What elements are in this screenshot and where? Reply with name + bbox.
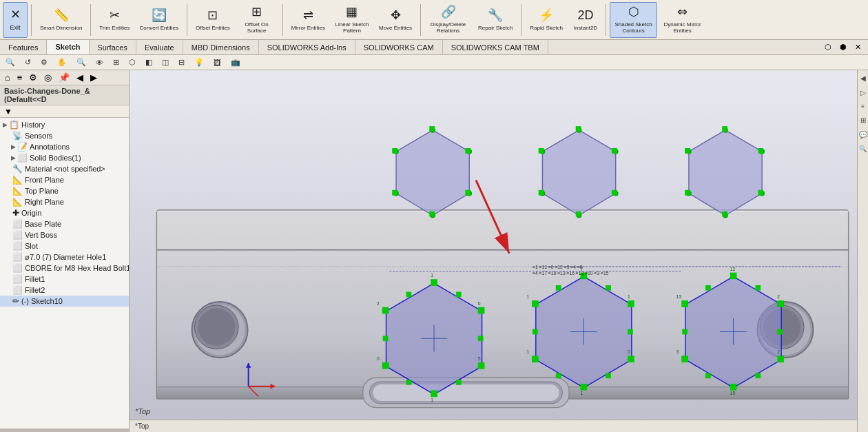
shaded-contours-button[interactable]: ⬡ Shaded Sketch Contours xyxy=(610,2,657,38)
svg-rect-95 xyxy=(606,285,611,291)
svg-rect-97 xyxy=(533,329,538,335)
tree-item-right_plane[interactable]: 📐Right Plane xyxy=(0,196,129,207)
tree-item-slot[interactable]: ⬜Slot xyxy=(0,240,129,251)
rsp-btn-6[interactable]: 🔍 xyxy=(858,144,868,154)
svg-rect-84 xyxy=(628,300,634,307)
tree-item-cbore[interactable]: ⬜CBORE for M8 Hex Head Bolt1 xyxy=(0,263,129,274)
exit-button[interactable]: ✕ Exit xyxy=(3,2,28,38)
tree-label-fillet1: Fillet1 xyxy=(25,275,45,283)
tab-surfaces[interactable]: Surfaces xyxy=(90,40,136,54)
svg-rect-107 xyxy=(730,384,737,391)
tree-item-solid_bodies[interactable]: ▶⬜Solid Bodies(1) xyxy=(0,152,129,163)
tab-restore-btn[interactable]: ⬢ xyxy=(837,43,849,52)
zoom-btn[interactable]: 🔍 xyxy=(74,57,89,68)
tree-item-origin[interactable]: ✚Origin xyxy=(0,207,129,218)
light-btn[interactable]: 💡 xyxy=(192,57,207,68)
rsp-btn-3[interactable]: ≡ xyxy=(860,102,866,111)
scene-btn[interactable]: 🖼 xyxy=(211,58,224,68)
mirror-entities-button[interactable]: ⇌ Mirror Entities xyxy=(287,2,330,38)
tab-cam-tbm[interactable]: SOLIDWORKS CAM TBM xyxy=(443,40,548,54)
tree-item-vert_boss[interactable]: ⬜Vert Boss xyxy=(0,229,129,240)
tree-label-right_plane: Right Plane xyxy=(25,198,64,206)
tab-close-btn[interactable]: ✕ xyxy=(852,43,864,52)
shade-btn[interactable]: ⬡ xyxy=(126,57,138,68)
view-btn[interactable]: 👁 xyxy=(93,58,106,68)
status-view: *Top xyxy=(135,422,149,430)
instant2d-button[interactable]: 2D Instant2D xyxy=(569,2,602,38)
left-panel-toolbar: ⌂ ≡ ⚙ ◎ 📌 ◀ ▶ xyxy=(0,70,129,85)
config-btn[interactable]: ⚙ xyxy=(27,72,39,83)
pin-btn[interactable]: 📌 xyxy=(56,72,72,83)
convert-entities-button[interactable]: 🔄 Convert Entities xyxy=(135,2,183,38)
search-btn[interactable]: 🔍 xyxy=(3,57,18,68)
rsp-btn-4[interactable]: ⊞ xyxy=(859,115,867,125)
relations-icon: 🔗 xyxy=(441,5,456,20)
tree-arrow-history: ▶ xyxy=(3,121,8,128)
edge-btn[interactable]: ◧ xyxy=(143,57,155,68)
tab-features[interactable]: Features xyxy=(0,40,47,54)
rsp-btn-1[interactable]: ◀ xyxy=(859,73,867,83)
move-entities-button[interactable]: ✥ Move Entities xyxy=(374,2,417,38)
trim-entities-button[interactable]: ✂ Trim Entities xyxy=(94,2,134,38)
tree-icon-material: 🔧 xyxy=(12,164,23,174)
tree-item-history[interactable]: ▶📋History xyxy=(0,119,129,130)
home-btn[interactable]: ⌂ xyxy=(3,72,12,83)
tree-item-material[interactable]: 🔧Material <not specified> xyxy=(0,163,129,174)
target-btn[interactable]: ◎ xyxy=(42,72,54,83)
offset-entities-button[interactable]: ⊡ Offset Entities xyxy=(191,2,235,38)
tab-sketch[interactable]: Sketch xyxy=(47,40,89,54)
tree-item-fillet2[interactable]: ⬜Fillet2 xyxy=(0,285,129,296)
trim-icon: ✂ xyxy=(110,8,120,23)
svg-text:1: 1 xyxy=(431,273,433,278)
section-btn[interactable]: ⊟ xyxy=(176,57,187,68)
tree-label-sensors: Sensors xyxy=(25,132,52,140)
tab-evaluate[interactable]: Evaluate xyxy=(136,40,183,54)
svg-rect-28 xyxy=(392,148,397,154)
exit-label: Exit xyxy=(10,24,20,32)
svg-text:12: 12 xyxy=(730,267,736,271)
tree-item-fillet1[interactable]: ⬜Fillet1 xyxy=(0,274,129,285)
separator-1 xyxy=(31,4,32,36)
svg-marker-44 xyxy=(689,130,762,216)
tree-item-sketch10[interactable]: ✏(-) Sketch10 xyxy=(0,296,129,307)
tree-label-fillet2: Fillet2 xyxy=(25,286,45,294)
smart-dimension-button[interactable]: 📏 Smart Dimension xyxy=(35,2,87,38)
display-relations-button[interactable]: 🔗 Display/Delete Relations xyxy=(424,2,472,38)
tree-item-top_plane[interactable]: 📐Top Plane xyxy=(0,185,129,196)
rsp-btn-2[interactable]: ▷ xyxy=(859,88,867,98)
tree-item-base_plate[interactable]: ⬜Base Plate xyxy=(0,218,129,229)
pan-btn[interactable]: ✋ xyxy=(54,57,70,68)
viewport[interactable]: 1 0 5 1 0 2 xyxy=(130,70,857,420)
display-btn[interactable]: 📺 xyxy=(228,57,243,68)
tab-cam[interactable]: SOLIDWORKS CAM xyxy=(355,40,443,54)
rotate-btn[interactable]: ↺ xyxy=(22,57,34,68)
panel-header-text: Basic-Changes-Done_& (Default<<D xyxy=(4,87,90,103)
convert-icon: 🔄 xyxy=(152,8,167,23)
svg-rect-96 xyxy=(606,373,611,378)
list-btn[interactable]: ≡ xyxy=(15,72,25,83)
tab-addins[interactable]: SOLIDWORKS Add-Ins xyxy=(259,40,355,54)
tab-mbd[interactable]: MBD Dimensions xyxy=(183,40,259,54)
svg-rect-98 xyxy=(628,329,633,335)
filter-icon[interactable]: ▼ xyxy=(4,107,12,116)
offset-surface-button[interactable]: ⊞ Offset On Surface xyxy=(235,2,279,38)
dynamic-mirror-button[interactable]: ⇔ Dynamic Mirror Entities xyxy=(659,2,706,38)
rsp-btn-5[interactable]: 💬 xyxy=(858,130,869,140)
expand-btn[interactable]: ◀ xyxy=(74,72,85,83)
tree-icon-fillet1: ⬜ xyxy=(12,274,23,284)
repair-sketch-button[interactable]: 🔧 Repair Sketch xyxy=(473,2,517,38)
tree-item-sensors[interactable]: 📡Sensors xyxy=(0,130,129,141)
linear-sketch-button[interactable]: ▦ Linear Sketch Pattern xyxy=(330,2,374,38)
wire-btn[interactable]: ⊞ xyxy=(110,57,122,68)
hidden-btn[interactable]: ◫ xyxy=(159,57,172,68)
gear-btn[interactable]: ⚙ xyxy=(38,57,50,68)
tab-minimize-btn[interactable]: ⬡ xyxy=(822,43,834,52)
tree-item-annotations[interactable]: ▶📝Annotations xyxy=(0,141,129,152)
collapse-btn[interactable]: ▶ xyxy=(88,72,99,83)
rapid-sketch-button[interactable]: ⚡ Rapid Sketch xyxy=(525,2,568,38)
tree-item-diameter_hole[interactable]: ⬜⌀7.0 (7) Diameter Hole1 xyxy=(0,251,129,263)
tree-item-front_plane[interactable]: 📐Front Plane xyxy=(0,174,129,185)
tree-label-base_plate: Base Plate xyxy=(25,220,61,228)
shaded-icon: ⬡ xyxy=(628,5,639,20)
panel-resize-handle[interactable] xyxy=(0,429,129,432)
